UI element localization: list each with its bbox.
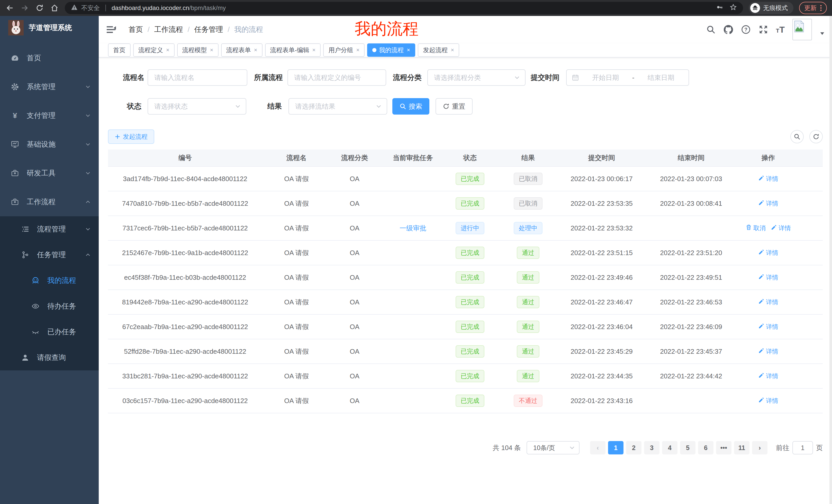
page-button-1[interactable]: 1 [608,441,623,454]
cell-category: OA [331,166,379,191]
app-title: 芋道管理系统 [29,23,72,33]
detail-link[interactable]: 详情 [758,175,778,183]
calendar-icon [572,74,579,81]
sidebar-item-9[interactable]: 待办任务 [0,293,99,319]
process-name-input[interactable] [148,69,247,86]
close-icon[interactable]: × [254,47,257,53]
detail-link[interactable]: 详情 [758,397,778,405]
tagview-tab[interactable]: 流程表单× [221,44,262,57]
status-badge: 通过 [517,296,539,308]
font-size-icon[interactable]: TT [776,25,785,35]
next-page-button[interactable]: › [752,441,768,454]
forward-icon[interactable] [20,3,29,12]
page-button-11[interactable]: 11 [734,441,750,454]
detail-link[interactable]: 详情 [758,323,778,331]
detail-link[interactable]: 详情 [758,372,778,380]
cell-submit-time: 2022-01-22 23:53:32 [564,216,640,241]
close-icon[interactable]: × [356,47,359,53]
sidebar-item-5[interactable]: 工作流程 [0,188,99,216]
address-bar[interactable]: 不安全 dashboard.yudao.iocoder.cn/bpm/task/… [65,2,743,14]
page-button-3[interactable]: 3 [644,441,659,454]
process-def-input[interactable] [287,69,386,86]
hamburger-icon[interactable] [106,24,116,35]
avatar[interactable] [792,19,812,40]
page-button-5[interactable]: 5 [680,441,696,454]
page-button-6[interactable]: 6 [698,441,713,454]
sidebar-item-11[interactable]: 请假查询 [0,345,99,370]
page-size-select[interactable]: 10条/页 [526,441,579,454]
breadcrumb-item[interactable]: 我的流程 [234,25,263,34]
github-icon[interactable] [724,25,733,34]
cell-current-task [379,290,447,314]
scrollbar[interactable] [829,16,832,504]
detail-link[interactable]: 详情 [758,273,778,282]
detail-link[interactable]: 详情 [758,347,778,356]
sidebar-item-3[interactable]: 基础设施 [0,130,99,159]
cell-id: 819442e8-7b9a-11ec-a290-acde48001122 [108,290,262,314]
update-button[interactable]: 更新 [799,2,827,14]
result-select[interactable]: 请选择流结果 [288,98,387,115]
close-icon[interactable]: × [407,47,410,53]
more-pages-button[interactable]: ••• [716,441,731,454]
detail-link[interactable]: 详情 [771,224,791,232]
cancel-link[interactable]: 取消 [746,224,766,232]
detail-link[interactable]: 详情 [758,298,778,306]
fullscreen-icon[interactable] [758,25,768,34]
close-icon[interactable]: × [166,47,170,53]
key-icon[interactable] [716,4,724,12]
menu-dots-icon [820,5,822,11]
back-icon[interactable] [5,3,15,12]
sidebar-item-8[interactable]: 我的流程 [0,268,99,293]
chevron-down-icon[interactable] [820,29,825,38]
date-range-picker[interactable]: 开始日期 - 结束日期 [566,69,689,86]
search-icon[interactable] [706,25,716,34]
cell-category: OA [331,216,379,241]
page-button-2[interactable]: 2 [626,441,642,454]
breadcrumb-item[interactable]: 任务管理 [194,25,223,34]
table-row: 52ffd28e-7b9a-11ec-a290-acde48001122OA 请… [108,339,823,364]
page-button-4[interactable]: 4 [662,441,677,454]
chevron-up-icon [85,252,90,257]
cell-name: OA 请假 [262,216,331,241]
sidebar-item-2[interactable]: ¥支付管理 [0,101,99,130]
security-warning-icon[interactable] [71,4,78,12]
sidebar-item-6[interactable]: 流程管理 [0,216,99,242]
close-icon[interactable]: × [451,47,454,53]
category-select[interactable]: 请选择流程分类 [427,69,525,86]
sidebar-item-4[interactable]: 研发工具 [0,159,99,188]
help-icon[interactable]: ? [741,25,751,34]
table-body: 3ad174fb-7b9d-11ec-8404-acde48001122OA 请… [108,166,823,413]
cell-actions: 详情 [743,290,794,314]
prev-page-button[interactable]: ‹ [590,441,605,454]
close-icon[interactable]: × [210,47,213,53]
sidebar-item-7[interactable]: 任务管理 [0,242,99,268]
breadcrumb-item[interactable]: 工作流程 [154,25,183,34]
tagview-tab[interactable]: 流程定义× [133,44,175,57]
pen-icon [758,200,764,207]
sidebar-item-1[interactable]: 系统管理 [0,73,99,101]
tagview-tab[interactable]: 流程模型× [177,44,218,57]
home-icon[interactable] [50,3,59,12]
tagview-tab[interactable]: 用户分组× [323,44,365,57]
reload-icon[interactable] [35,3,44,12]
search-button[interactable]: 搜索 [392,98,430,115]
refresh-table-button[interactable] [809,130,823,143]
tagview-tab[interactable]: 我的流程× [367,44,415,57]
cell-category: OA [331,339,379,364]
toggle-search-button[interactable] [790,130,804,143]
detail-link[interactable]: 详情 [758,199,778,207]
goto-page-input[interactable] [792,441,813,454]
status-select[interactable]: 请选择状态 [148,98,246,115]
create-process-button[interactable]: 发起流程 [108,130,154,144]
bookmark-star-icon[interactable] [730,4,737,12]
tagview-tab[interactable]: 流程表单-编辑× [265,44,321,57]
sidebar-item-10[interactable]: 已办任务 [0,319,99,345]
breadcrumb-item[interactable]: 首页 [129,25,143,34]
app-logo[interactable]: 芋道管理系统 [0,16,99,39]
tagview-tab[interactable]: 首页 [108,44,131,57]
sidebar-item-0[interactable]: 首页 [0,44,99,73]
close-icon[interactable]: × [312,47,316,53]
detail-link[interactable]: 详情 [758,249,778,257]
reset-button[interactable]: 重置 [436,98,473,115]
tagview-tab[interactable]: 发起流程× [418,44,459,57]
